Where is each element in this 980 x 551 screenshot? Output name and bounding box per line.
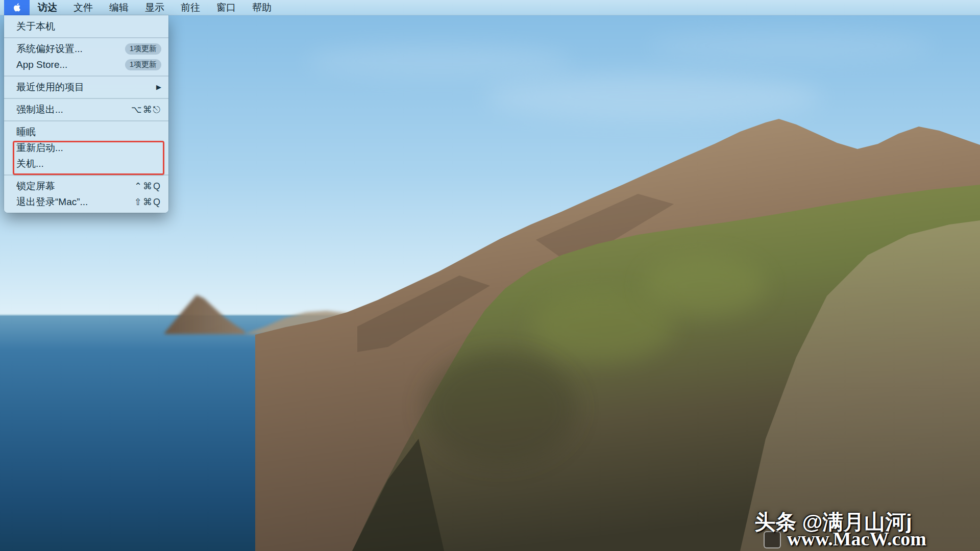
menu-item-label: 最近使用的项目 (16, 81, 156, 94)
update-badge: 1项更新 (125, 43, 161, 55)
menubar-item-file[interactable]: 文件 (65, 0, 101, 15)
menu-item-label: 强制退出... (16, 103, 131, 116)
menu-bar: 访达 文件 编辑 显示 前往 窗口 帮助 (0, 0, 980, 15)
update-badge: 1项更新 (125, 59, 161, 70)
menu-item-force-quit[interactable]: 强制退出... ⌥⌘⎋ (4, 102, 168, 117)
menu-item-log-out[interactable]: 退出登录“Mac”... ⇧⌘Q (4, 194, 168, 210)
menu-separator (4, 98, 168, 99)
apple-logo-icon (12, 3, 22, 12)
menu-item-sleep[interactable]: 睡眠 (4, 124, 168, 140)
menu-item-recent-items[interactable]: 最近使用的项目 ▶ (4, 79, 168, 95)
menu-item-label: 关于本机 (16, 20, 161, 33)
menubar-item-finder[interactable]: 访达 (30, 0, 65, 15)
menubar-item-window[interactable]: 窗口 (208, 0, 244, 15)
menu-item-system-preferences[interactable]: 系统偏好设置... 1项更新 (4, 41, 168, 57)
submenu-arrow-icon: ▶ (156, 83, 161, 91)
menubar-item-go[interactable]: 前往 (173, 0, 208, 15)
menu-item-about-this-mac[interactable]: 关于本机 (4, 18, 168, 34)
menubar-item-help[interactable]: 帮助 (244, 0, 280, 15)
menu-separator (4, 120, 168, 121)
menu-item-label: 睡眠 (16, 126, 161, 139)
keyboard-shortcut: ⇧⌘Q (134, 196, 161, 208)
menu-separator (4, 37, 168, 38)
menubar-item-view[interactable]: 显示 (137, 0, 173, 15)
menu-separator (4, 76, 168, 77)
keyboard-shortcut: ⌥⌘⎋ (131, 104, 161, 115)
menu-item-label: 锁定屏幕 (16, 180, 134, 193)
menu-item-label: App Store... (16, 59, 125, 70)
apple-menu-dropdown: 关于本机 系统偏好设置... 1项更新 App Store... 1项更新 最近… (4, 15, 168, 213)
watermark-url: www.MacW.com (787, 528, 926, 550)
menu-item-label: 退出登录“Mac”... (16, 195, 134, 209)
menu-item-lock-screen[interactable]: 锁定屏幕 ⌃⌘Q (4, 178, 168, 194)
apple-menu-button[interactable] (4, 0, 30, 15)
menu-item-label: 系统偏好设置... (16, 42, 125, 56)
menu-item-app-store[interactable]: App Store... 1项更新 (4, 57, 168, 72)
keyboard-shortcut: ⌃⌘Q (134, 181, 161, 192)
annotation-red-box (13, 141, 164, 175)
menubar-item-edit[interactable]: 编辑 (101, 0, 137, 15)
